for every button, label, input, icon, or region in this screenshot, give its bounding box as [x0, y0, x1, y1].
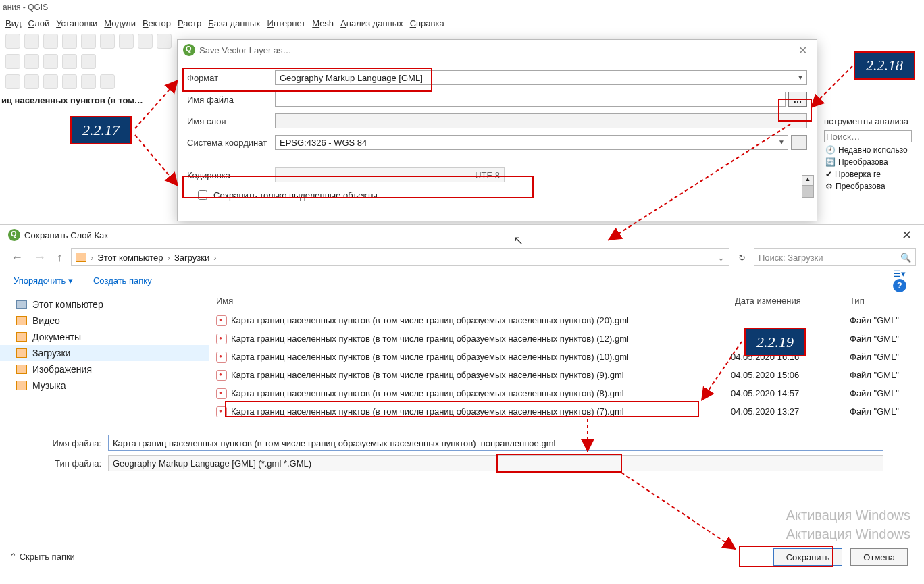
file-type: Файл "GML"	[850, 315, 917, 325]
file-date: 04.05.2020 13:27	[731, 406, 846, 417]
menu-settings[interactable]: Установки	[56, 18, 97, 28]
tb-icon[interactable]	[81, 74, 96, 89]
menu-raster[interactable]: Растр	[178, 18, 201, 28]
folder-icon	[16, 316, 27, 325]
close-icon[interactable]: ✕	[898, 228, 916, 242]
cancel-button[interactable]: Отмена	[850, 548, 908, 566]
tb-icon[interactable]	[43, 74, 58, 89]
tb-zoom[interactable]	[100, 34, 115, 49]
col-type[interactable]: Тип	[850, 296, 917, 306]
only-selected-checkbox[interactable]	[198, 190, 207, 200]
side-this-pc[interactable]: Этот компьютер	[0, 296, 209, 313]
callout-2-2-17: 2.2.17	[70, 116, 132, 144]
tb-icon[interactable]	[157, 34, 172, 49]
layername-input[interactable]	[275, 113, 807, 128]
crs-combo[interactable]: EPSG:4326 - WGS 84▼	[275, 135, 788, 150]
scrollbar-thumb[interactable]	[802, 186, 814, 198]
menu-view[interactable]: Вид	[5, 18, 22, 28]
file-row[interactable]: Карта границ населенных пунктов (в том ч…	[216, 348, 917, 366]
side-music[interactable]: Музыка	[0, 377, 209, 394]
save-button[interactable]: Сохранить	[773, 548, 843, 566]
layername-label: Имя слоя	[187, 116, 275, 126]
menubar[interactable]: Вид Слой Установки Модули Вектор Растр Б…	[0, 15, 924, 31]
qgis-icon	[8, 229, 20, 241]
filetype-label: Тип файла:	[41, 458, 101, 469]
tb-icon[interactable]	[5, 34, 20, 49]
tb-icon[interactable]	[43, 54, 58, 69]
nav-forward-icon[interactable]: →	[31, 250, 49, 265]
tb-icon[interactable]	[24, 54, 39, 69]
menu-plugins[interactable]: Модули	[104, 18, 136, 28]
toolbox-recent[interactable]: 🕘Недавно использо	[821, 144, 923, 156]
format-combo[interactable]: Geography Markup Language [GML]▼	[275, 70, 807, 85]
file-name: Карта границ населенных пунктов (в том ч…	[231, 388, 727, 398]
col-date[interactable]: Дата изменения	[735, 296, 850, 306]
tb-icon[interactable]	[119, 34, 134, 49]
dialog-title: Сохранить Слой Как	[24, 230, 108, 240]
breadcrumb-seg[interactable]: Этот компьютер	[97, 253, 163, 263]
tb-icon[interactable]	[5, 74, 20, 89]
file-row[interactable]: Карта границ населенных пунктов (в том ч…	[216, 311, 917, 329]
hide-folders-link[interactable]: ⌃ Скрыть папки	[9, 552, 75, 562]
toolbox-item[interactable]: ✔Проверка ге	[821, 168, 923, 180]
dialog-title: Save Vector Layer as…	[199, 45, 292, 55]
side-downloads[interactable]: Загрузки	[0, 345, 209, 361]
menu-vector[interactable]: Вектор	[143, 18, 171, 28]
new-folder-button[interactable]: Создать папку	[93, 275, 152, 286]
toolbox-item[interactable]: ⚙Преобразова	[821, 180, 923, 192]
callout-2-2-19: 2.2.19	[744, 328, 806, 356]
tb-icon[interactable]	[138, 34, 153, 49]
scroll-up-icon[interactable]: ▲	[802, 175, 814, 186]
close-icon[interactable]: ✕	[794, 44, 811, 57]
chevron-down-icon[interactable]: ⌄	[717, 253, 725, 263]
file-list: Имя Дата изменения Тип Карта границ насе…	[209, 291, 924, 426]
encoding-combo[interactable]: UTF-8	[275, 167, 505, 182]
crs-picker-button[interactable]	[791, 135, 807, 150]
folder-tree: Этот компьютер Видео Документы Загрузки …	[0, 291, 209, 426]
refresh-icon[interactable]: ↻	[735, 253, 748, 263]
nav-up-icon[interactable]: ↑	[54, 250, 66, 265]
tb-icon[interactable]	[24, 74, 39, 89]
filename-input[interactable]	[275, 92, 786, 107]
tb-zoomout[interactable]	[81, 34, 96, 49]
toolbox-title: нструменты анализа	[821, 113, 923, 129]
format-label: Формат	[187, 73, 275, 83]
col-name[interactable]: Имя	[216, 296, 735, 306]
tb-icon[interactable]	[5, 54, 20, 69]
file-row[interactable]: Карта границ населенных пунктов (в том ч…	[216, 402, 917, 421]
gml-file-icon	[216, 352, 227, 363]
toolbox-search[interactable]	[824, 130, 912, 142]
menu-help[interactable]: Справка	[410, 18, 444, 28]
organize-menu[interactable]: Упорядочить ▾	[14, 275, 73, 286]
menu-mesh[interactable]: Mesh	[312, 18, 334, 28]
menu-db[interactable]: База данных	[208, 18, 260, 28]
file-row[interactable]: Карта границ населенных пунктов (в том ч…	[216, 366, 917, 384]
menu-layer[interactable]: Слой	[28, 18, 50, 28]
tb-icon[interactable]	[62, 74, 77, 89]
menu-analysis[interactable]: Анализ данных	[340, 18, 403, 28]
side-documents[interactable]: Документы	[0, 329, 209, 345]
address-bar[interactable]: › Этот компьютер › Загрузки › ⌄	[71, 248, 729, 266]
breadcrumb-seg[interactable]: Загрузки	[174, 253, 209, 263]
side-videos[interactable]: Видео	[0, 313, 209, 329]
encoding-label: Кодировка	[187, 170, 275, 180]
tb-icon[interactable]	[24, 34, 39, 49]
side-pictures[interactable]: Изображения	[0, 361, 209, 377]
help-icon[interactable]: ?	[893, 279, 906, 292]
toolbox-item[interactable]: 🔄Преобразова	[821, 156, 923, 168]
tb-icon[interactable]	[81, 54, 96, 69]
only-selected-label: Сохранить только выделенные объекты	[213, 190, 378, 201]
tb-icon[interactable]	[62, 54, 77, 69]
view-icon[interactable]: ☰▾	[893, 269, 906, 279]
tb-pan[interactable]	[43, 34, 58, 49]
browse-button[interactable]: …	[788, 92, 807, 107]
filename-input[interactable]: Карта границ населенных пунктов (в том ч…	[108, 435, 883, 451]
tb-zoomin[interactable]	[62, 34, 77, 49]
menu-internet[interactable]: Интернет	[267, 18, 306, 28]
file-row[interactable]: Карта границ населенных пунктов (в том ч…	[216, 329, 917, 348]
tb-icon[interactable]	[100, 74, 115, 89]
file-row[interactable]: Карта границ населенных пунктов (в том ч…	[216, 384, 917, 402]
nav-back-icon[interactable]: ←	[8, 250, 26, 265]
search-input[interactable]: Поиск: Загрузки🔍	[754, 248, 916, 266]
filetype-combo[interactable]: Geography Markup Language [GML] (*.gml *…	[108, 455, 883, 471]
